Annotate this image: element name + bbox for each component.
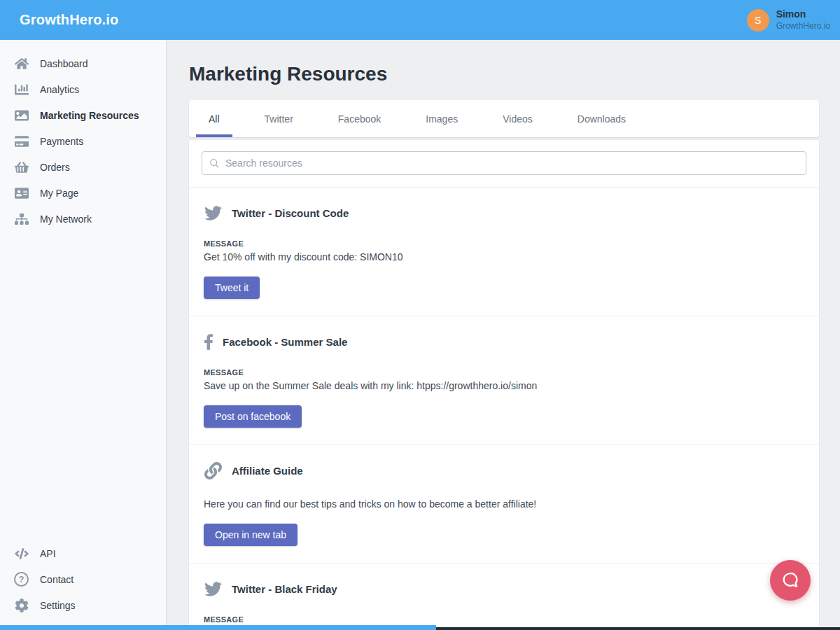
- sidebar-item-analytics[interactable]: Analytics: [0, 76, 166, 102]
- tab-images[interactable]: Images: [413, 100, 470, 137]
- sidebar-item-orders[interactable]: Orders: [0, 154, 166, 180]
- resources-panel: Twitter - Discount Code MESSAGE Get 10% …: [189, 140, 819, 630]
- bar-chart-icon: [14, 82, 29, 97]
- sidebar-item-settings[interactable]: Settings: [0, 592, 166, 618]
- twitter-icon: [204, 204, 223, 222]
- app-header: GrowthHero.io S Simon GrowthHero.io: [0, 0, 840, 40]
- search-input[interactable]: [225, 158, 799, 169]
- app-logo: GrowthHero.io: [20, 12, 119, 28]
- basket-icon: [14, 160, 29, 174]
- sidebar-item-label: Contact: [40, 574, 74, 585]
- sidebar: Dashboard Analytics Marketing Resources …: [0, 40, 167, 630]
- resource-title: Affiliate Guide: [232, 465, 303, 477]
- sidebar-item-label: Orders: [40, 162, 70, 173]
- user-org: GrowthHero.io: [776, 21, 830, 31]
- sidebar-item-label: My Network: [40, 214, 92, 225]
- tweet-it-button[interactable]: Tweet it: [204, 276, 260, 299]
- sidebar-item-label: API: [40, 548, 56, 559]
- main-content: Marketing Resources All Twitter Facebook…: [167, 40, 840, 630]
- gear-icon: [14, 598, 29, 612]
- sidebar-item-my-page[interactable]: My Page: [0, 180, 166, 206]
- sidebar-item-dashboard[interactable]: Dashboard: [0, 50, 166, 76]
- id-card-icon: [14, 186, 29, 200]
- credit-card-icon: [14, 134, 29, 148]
- sidebar-item-api[interactable]: API: [0, 540, 166, 566]
- sidebar-footer: API ? Contact Settings: [0, 540, 166, 618]
- tab-twitter[interactable]: Twitter: [252, 100, 306, 137]
- twitter-icon: [204, 580, 223, 598]
- message-text: Save up on the Summer Sale deals with my…: [204, 380, 804, 391]
- code-icon: [14, 546, 29, 561]
- resource-title: Facebook - Summer Sale: [223, 336, 347, 348]
- bottom-strip-blue: [0, 625, 436, 630]
- sidebar-item-contact[interactable]: ? Contact: [0, 566, 166, 592]
- sidebar-item-label: Dashboard: [40, 58, 88, 69]
- resource-card-twitter-black-friday: Twitter - Black Friday MESSAGE The Black…: [189, 563, 819, 630]
- resource-card-facebook-summer-sale: Facebook - Summer Sale MESSAGE Save up o…: [189, 316, 819, 444]
- tab-downloads[interactable]: Downloads: [565, 100, 638, 137]
- message-text: Here you can find our best tips and tric…: [204, 498, 804, 510]
- search-section: [189, 140, 819, 187]
- chat-bubble-icon: [780, 570, 801, 591]
- chat-fab-button[interactable]: [770, 560, 811, 601]
- message-label: MESSAGE: [204, 239, 804, 248]
- question-circle-icon: ?: [14, 572, 29, 587]
- user-menu[interactable]: S Simon GrowthHero.io: [747, 8, 830, 31]
- sidebar-item-label: My Page: [40, 188, 78, 199]
- sidebar-item-label: Marketing Resources: [40, 110, 139, 121]
- sidebar-item-my-network[interactable]: My Network: [0, 206, 166, 232]
- resource-card-affiliate-guide: Affiliate Guide Here you can find our be…: [189, 444, 819, 563]
- post-on-facebook-button[interactable]: Post on facebook: [204, 405, 302, 428]
- sidebar-item-label: Payments: [40, 136, 83, 147]
- resource-title: Twitter - Discount Code: [232, 207, 349, 219]
- sidebar-item-marketing-resources[interactable]: Marketing Resources: [0, 102, 166, 128]
- tab-all[interactable]: All: [196, 100, 232, 137]
- search-icon: [209, 158, 220, 169]
- bottom-strip-dark: [436, 627, 840, 630]
- search-box: [202, 151, 806, 175]
- tab-facebook[interactable]: Facebook: [326, 100, 393, 137]
- page-title: Marketing Resources: [189, 63, 819, 85]
- resource-card-twitter-discount-code: Twitter - Discount Code MESSAGE Get 10% …: [189, 187, 819, 316]
- user-name: Simon: [776, 8, 830, 21]
- message-label: MESSAGE: [204, 615, 804, 624]
- avatar: S: [747, 9, 769, 31]
- image-icon: [14, 108, 29, 122]
- facebook-icon: [204, 332, 214, 351]
- tab-bar: All Twitter Facebook Images Videos Downl…: [189, 100, 819, 137]
- sidebar-item-label: Analytics: [40, 84, 79, 95]
- sidebar-item-label: Settings: [40, 600, 76, 611]
- bottom-strip: [0, 625, 840, 630]
- home-icon: [14, 56, 29, 71]
- resource-title: Twitter - Black Friday: [232, 583, 337, 595]
- sidebar-item-payments[interactable]: Payments: [0, 128, 166, 154]
- message-text: Get 10% off with my discount code: SIMON…: [204, 251, 804, 262]
- link-icon: [204, 462, 223, 479]
- message-label: MESSAGE: [204, 368, 804, 377]
- tab-videos[interactable]: Videos: [490, 100, 545, 137]
- open-in-new-tab-button[interactable]: Open in new tab: [204, 524, 298, 546]
- network-icon: [14, 211, 29, 226]
